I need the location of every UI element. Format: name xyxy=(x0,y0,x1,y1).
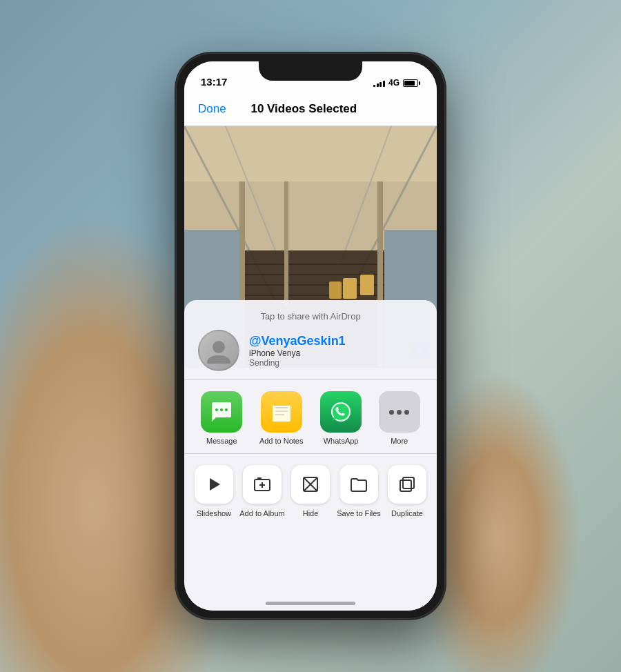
more-dots-icon xyxy=(379,391,420,433)
phone-screen: 13:17 4G Done 10 Videos xyxy=(184,61,437,611)
app-notes[interactable]: Add to Notes xyxy=(259,391,304,445)
svg-rect-12 xyxy=(343,278,357,299)
message-icon xyxy=(209,399,234,424)
svg-rect-38 xyxy=(400,480,411,491)
airdrop-hint: Tap to share with AirDrop xyxy=(184,311,437,322)
share-sheet: Tap to share with AirDrop @VenyaGeskin1 … xyxy=(184,300,437,611)
apps-section: Message Add to Notes xyxy=(184,380,437,454)
hide-icon xyxy=(291,465,330,504)
action-add-to-album[interactable]: Add to Album xyxy=(238,465,286,518)
airdrop-send-status: Sending xyxy=(249,358,346,368)
svg-point-20 xyxy=(213,341,225,353)
eye-slash-icon xyxy=(301,475,320,494)
phone-device: 13:17 4G Done 10 Videos xyxy=(176,53,445,619)
svg-rect-1 xyxy=(184,126,437,181)
app-more[interactable]: More xyxy=(379,391,420,445)
nav-title: 10 Videos Selected xyxy=(250,102,357,116)
svg-rect-13 xyxy=(360,275,374,295)
app-whatsapp[interactable]: WhatsApp xyxy=(320,391,362,445)
add-to-album-label: Add to Album xyxy=(239,509,284,518)
app-message[interactable]: Message xyxy=(201,391,242,445)
add-to-album-icon xyxy=(243,465,282,504)
hide-label: Hide xyxy=(303,509,319,518)
more-app-label: More xyxy=(391,437,408,445)
album-icon xyxy=(253,475,272,494)
airdrop-contact-info: @VenyaGeskin1 iPhone Venya Sending xyxy=(249,334,346,368)
action-save-to-files[interactable]: Save to Files xyxy=(335,465,383,518)
signal-bars-icon xyxy=(373,79,385,87)
signal-type-label: 4G xyxy=(388,78,400,88)
svg-rect-34 xyxy=(257,477,262,480)
navigation-bar: Done 10 Videos Selected xyxy=(184,92,437,126)
avatar-silhouette-icon xyxy=(204,336,233,365)
svg-marker-30 xyxy=(210,478,220,491)
action-slideshow[interactable]: Slideshow xyxy=(190,465,238,518)
airdrop-contact-avatar[interactable] xyxy=(198,330,239,371)
home-indicator[interactable] xyxy=(266,602,355,605)
svg-rect-18 xyxy=(284,181,288,306)
airdrop-section: Tap to share with AirDrop @VenyaGeskin1 … xyxy=(184,300,437,380)
duplicate-squares-icon xyxy=(397,475,417,494)
airdrop-twitter-handle: @VenyaGeskin1 xyxy=(249,334,346,348)
notes-app-icon xyxy=(261,391,302,433)
status-icons: 4G xyxy=(373,78,420,88)
svg-point-23 xyxy=(225,408,228,411)
message-app-icon xyxy=(201,391,242,433)
svg-rect-14 xyxy=(329,281,342,299)
svg-point-22 xyxy=(220,408,223,411)
svg-point-21 xyxy=(215,408,218,411)
slideshow-label: Slideshow xyxy=(197,509,231,518)
slideshow-icon xyxy=(195,465,233,504)
apps-row: Message Add to Notes xyxy=(184,391,437,445)
play-icon xyxy=(204,475,224,494)
duplicate-label: Duplicate xyxy=(391,509,423,518)
duplicate-icon xyxy=(388,465,426,504)
save-to-files-icon xyxy=(339,465,378,504)
whatsapp-app-label: WhatsApp xyxy=(324,437,359,445)
status-time: 13:17 xyxy=(201,76,227,88)
more-app-icon xyxy=(379,391,420,433)
battery-icon xyxy=(403,79,420,87)
whatsapp-icon xyxy=(328,399,354,425)
actions-row: Slideshow Add to Album xyxy=(184,465,437,518)
whatsapp-app-icon xyxy=(320,391,362,433)
svg-rect-39 xyxy=(403,477,414,488)
svg-rect-28 xyxy=(273,402,290,406)
notch xyxy=(259,61,362,81)
message-app-label: Message xyxy=(206,437,237,445)
action-duplicate[interactable]: Duplicate xyxy=(383,465,431,518)
airdrop-device-name: iPhone Venya xyxy=(249,348,346,358)
notes-icon xyxy=(269,399,294,424)
notes-app-label: Add to Notes xyxy=(259,437,304,445)
folder-icon xyxy=(349,475,368,494)
save-to-files-label: Save to Files xyxy=(337,509,381,518)
actions-section: Slideshow Add to Album xyxy=(184,454,437,529)
done-button[interactable]: Done xyxy=(198,102,226,116)
action-hide[interactable]: Hide xyxy=(286,465,335,518)
